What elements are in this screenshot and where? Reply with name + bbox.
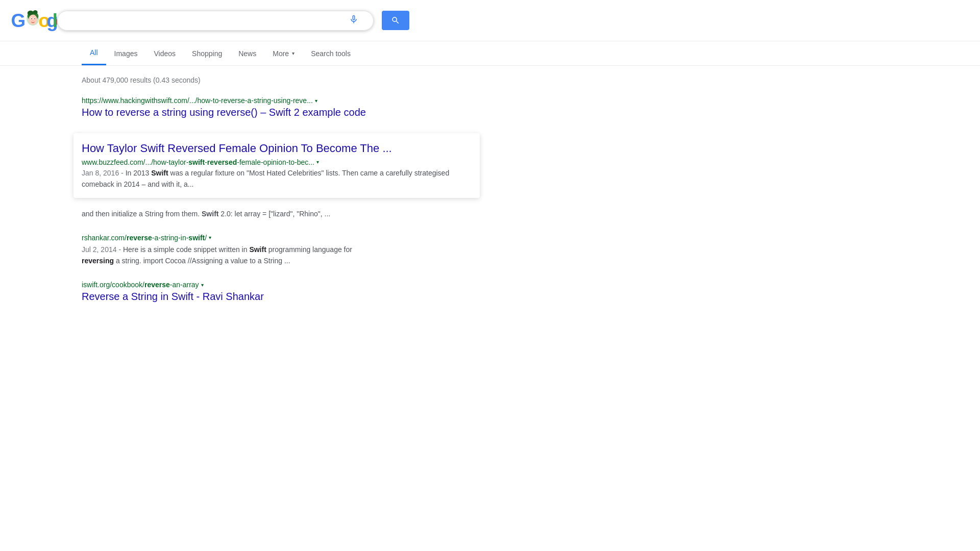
svg-point-5 bbox=[29, 15, 37, 25]
snippet-truncated: and then initialize a String from them. … bbox=[82, 208, 378, 219]
dropdown-arrow-icon[interactable]: ▾ bbox=[316, 159, 319, 165]
chevron-down-icon: ▾ bbox=[292, 51, 295, 56]
url-text: www.buzzfeed.com/.../how-taylor-swift-re… bbox=[82, 158, 314, 166]
result-snippet: Jan 8, 2016 - In 2013 Swift was a regula… bbox=[82, 167, 472, 190]
tab-search-tools[interactable]: Search tools bbox=[303, 42, 359, 65]
microphone-icon[interactable] bbox=[349, 14, 359, 27]
dropdown-arrow-icon[interactable]: ▾ bbox=[201, 282, 204, 288]
result-url: iswift.org/cookbook/reverse-an-array ▾ bbox=[82, 281, 378, 289]
svg-point-9 bbox=[34, 18, 35, 19]
result-item-highlighted: How Taylor Swift Reversed Female Opinion… bbox=[74, 133, 480, 198]
tab-videos[interactable]: Videos bbox=[145, 42, 184, 65]
svg-text:e: e bbox=[56, 10, 57, 31]
result-url: https://www.hackingwithswift.com/.../how… bbox=[82, 96, 378, 105]
search-box: swift reversing bbox=[57, 11, 374, 31]
tab-shopping[interactable]: Shopping bbox=[184, 42, 230, 65]
search-button[interactable] bbox=[382, 11, 409, 30]
tab-images[interactable]: Images bbox=[106, 42, 146, 65]
result-snippet: Jul 2, 2014 - Here is a simple code snip… bbox=[82, 244, 378, 266]
nav-tabs: All Images Videos Shopping News More ▾ S… bbox=[0, 41, 980, 66]
tab-more[interactable]: More ▾ bbox=[264, 42, 303, 65]
dropdown-arrow-icon[interactable]: ▾ bbox=[315, 98, 317, 104]
svg-text:G: G bbox=[11, 10, 26, 31]
result-item-continuation: and then initialize a String from them. … bbox=[82, 208, 378, 219]
results-area: About 479,000 results (0.43 seconds) htt… bbox=[0, 66, 459, 328]
svg-point-4 bbox=[33, 10, 37, 14]
result-title[interactable]: How Taylor Swift Reversed Female Opinion… bbox=[82, 141, 472, 156]
dropdown-arrow-icon[interactable]: ▾ bbox=[209, 235, 211, 240]
results-count: About 479,000 results (0.43 seconds) bbox=[82, 76, 378, 84]
result-title[interactable]: How to reverse a string using reverse() … bbox=[82, 106, 378, 119]
tab-all[interactable]: All bbox=[82, 41, 106, 65]
result-item: iswift.org/cookbook/reverse-an-array ▾ R… bbox=[82, 281, 378, 303]
result-item: https://www.hackingwithswift.com/.../how… bbox=[82, 96, 378, 119]
google-logo[interactable]: G o g l e bbox=[10, 5, 57, 36]
result-title[interactable]: Reverse a String in Swift - Ravi Shankar bbox=[82, 290, 378, 303]
result-item: rshankar.com/reverse-a-string-in-swift/ … bbox=[82, 234, 378, 266]
svg-point-8 bbox=[31, 18, 32, 19]
result-url: rshankar.com/reverse-a-string-in-swift/ … bbox=[82, 234, 378, 242]
header: G o g l e bbox=[0, 0, 980, 41]
svg-point-10 bbox=[32, 20, 33, 21]
search-input[interactable]: swift reversing bbox=[66, 15, 349, 26]
result-url: www.buzzfeed.com/.../how-taylor-swift-re… bbox=[82, 158, 472, 166]
tab-news[interactable]: News bbox=[230, 42, 264, 65]
